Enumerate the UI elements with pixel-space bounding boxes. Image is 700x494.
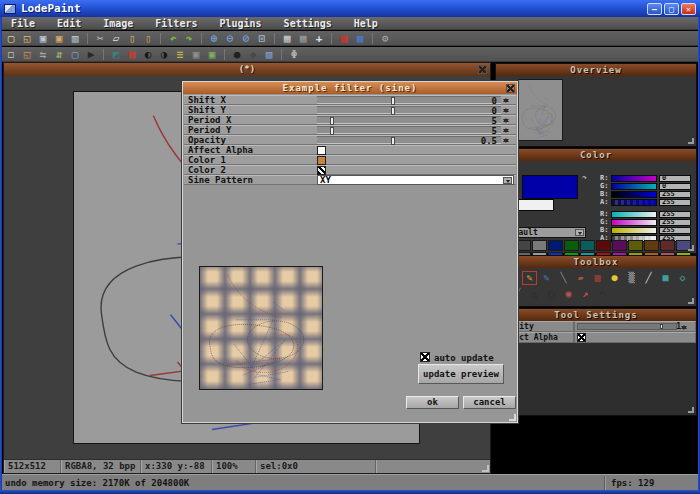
affect-alpha-checkbox[interactable]	[317, 146, 326, 155]
palette-swatch[interactable]	[548, 240, 563, 251]
copy-icon[interactable]: ▱	[108, 32, 124, 45]
auto-update-checkbox[interactable]	[420, 352, 430, 362]
palette-swatch[interactable]	[580, 240, 595, 251]
flip-vertical-icon[interactable]: ⇵	[51, 48, 67, 61]
toolbox-resize-grip[interactable]	[688, 298, 694, 304]
minimize-button[interactable]: –	[647, 3, 662, 15]
period-x-slider[interactable]: 5	[317, 116, 501, 124]
palette-icon[interactable]: ▩	[352, 32, 368, 45]
period-y-spinner[interactable]	[503, 126, 514, 135]
slider-thumb[interactable]	[330, 117, 334, 125]
settings-gear-icon[interactable]: ⚙	[377, 32, 393, 45]
slider-thumb[interactable]	[391, 137, 395, 145]
shift-y-slider[interactable]: 0	[317, 106, 501, 114]
emboss-icon[interactable]: ▨	[261, 48, 277, 61]
invert-icon[interactable]: ◩	[108, 48, 124, 61]
fg-alpha-value[interactable]: 255	[659, 199, 691, 206]
eraser-tool-icon[interactable]: ▰	[573, 271, 588, 285]
dialog-title[interactable]: Example filter (sine)	[183, 82, 517, 94]
save-copy-icon[interactable]: ▥	[67, 32, 83, 45]
blur-icon[interactable]: ●	[229, 48, 245, 61]
cut-icon[interactable]: ✂	[92, 32, 108, 45]
fg-blue-slider[interactable]	[611, 191, 657, 198]
sharpen-icon[interactable]: ◆	[245, 48, 261, 61]
picker-tool-icon[interactable]: ↗	[578, 287, 593, 301]
close-button[interactable]: ✕	[681, 3, 696, 15]
menu-item-plugins[interactable]: Plugins	[208, 18, 272, 29]
chevron-down-icon[interactable]	[575, 229, 584, 236]
color-panel-title[interactable]: Color	[496, 149, 696, 161]
channel-mixer-icon[interactable]: ▦	[124, 48, 140, 61]
ok-button[interactable]: ok	[406, 396, 459, 409]
period-x-spinner[interactable]	[503, 116, 514, 125]
affect-alpha-checkbox[interactable]	[577, 333, 586, 342]
maximize-button[interactable]: □	[664, 3, 679, 15]
palette-swatch[interactable]	[532, 240, 547, 251]
fg-red-value[interactable]: 0	[659, 175, 691, 182]
polygon-tool-icon[interactable]: △	[527, 287, 542, 301]
fg-green-value[interactable]: 0	[659, 183, 691, 190]
save-as-icon[interactable]: ▣	[51, 32, 67, 45]
paste-as-new-icon[interactable]: ▯	[140, 32, 156, 45]
shift-x-spinner[interactable]	[503, 96, 514, 105]
palette-swatch[interactable]	[660, 240, 675, 251]
select-all-icon[interactable]: ▢	[67, 48, 83, 61]
image-brush-tool-icon[interactable]: ▥	[590, 271, 605, 285]
color1-swatch[interactable]	[317, 156, 326, 165]
overview-resize-grip[interactable]	[688, 138, 694, 144]
undo-icon[interactable]: ↶	[165, 32, 181, 45]
color2-swatch[interactable]	[317, 166, 326, 175]
contrast-icon[interactable]: ◑	[156, 48, 172, 61]
canvas-window-resize-grip[interactable]	[482, 465, 489, 472]
grid-icon[interactable]: ▦	[295, 32, 311, 45]
paste-icon[interactable]: ▯	[124, 32, 140, 45]
palette-swatch[interactable]	[628, 240, 643, 251]
slider-thumb[interactable]	[391, 97, 395, 105]
chevron-down-icon[interactable]	[503, 177, 512, 184]
rectangle-tool-icon[interactable]: ■	[658, 271, 673, 285]
zoom-in-icon[interactable]: ⊕	[206, 32, 222, 45]
canvas-size-icon[interactable]: ◱	[19, 48, 35, 61]
canvas-window-title[interactable]: (*)	[4, 63, 490, 76]
spray-tool-icon[interactable]: ▒	[624, 271, 639, 285]
shift-x-slider[interactable]: 0	[317, 96, 501, 104]
brush-tool-icon[interactable]: ✎	[539, 271, 554, 285]
arc-tool-icon[interactable]: ⌒	[595, 287, 610, 301]
brightness-icon[interactable]: ▣	[188, 48, 204, 61]
fit-screen-icon[interactable]: ⊡	[254, 32, 270, 45]
slider-thumb[interactable]	[391, 107, 395, 115]
select-ellipse-tool-icon[interactable]: ◉	[561, 287, 576, 301]
zoom-out-icon[interactable]: ⊖	[222, 32, 238, 45]
color-red-icon[interactable]: ■	[336, 32, 352, 45]
opacity-slider[interactable]: 0.5	[317, 136, 501, 144]
opacity-slider[interactable]	[577, 323, 677, 330]
bg-green-slider[interactable]	[611, 219, 657, 226]
fg-alpha-slider[interactable]	[611, 199, 657, 206]
palette-swatch[interactable]	[596, 240, 611, 251]
lighten-tool-icon[interactable]: ●	[607, 271, 622, 285]
levels-icon[interactable]: ≡	[172, 48, 188, 61]
menu-item-settings[interactable]: Settings	[273, 18, 343, 29]
swap-colors-icon[interactable]: ↷	[582, 173, 587, 182]
menu-item-edit[interactable]: Edit	[46, 18, 92, 29]
opacity-spinner[interactable]	[503, 136, 514, 145]
pen-tool-icon[interactable]: ╲	[556, 271, 571, 285]
lasso-tool-icon[interactable]: ◇	[675, 271, 690, 285]
canvas-window-close-icon[interactable]	[478, 65, 487, 74]
menu-item-filters[interactable]: Filters	[144, 18, 208, 29]
shift-y-spinner[interactable]	[503, 106, 514, 115]
menu-item-file[interactable]: File	[0, 18, 46, 29]
bg-red-value[interactable]: 255	[659, 211, 691, 218]
fg-red-slider[interactable]	[611, 175, 657, 182]
palette-swatch[interactable]	[564, 240, 579, 251]
transparency-icon[interactable]: ▦	[279, 32, 295, 45]
open-icon[interactable]: ◱	[19, 32, 35, 45]
opacity-spinner[interactable]	[681, 323, 692, 332]
menu-item-help[interactable]: Help	[343, 18, 389, 29]
overview-thumbnail[interactable]	[518, 79, 563, 141]
threshold-icon[interactable]: ◐	[140, 48, 156, 61]
dialog-resize-grip[interactable]	[509, 414, 516, 421]
new-file-icon[interactable]: ▢	[3, 32, 19, 45]
redo-icon[interactable]: ↷	[181, 32, 197, 45]
period-y-slider[interactable]: 5	[317, 126, 501, 134]
